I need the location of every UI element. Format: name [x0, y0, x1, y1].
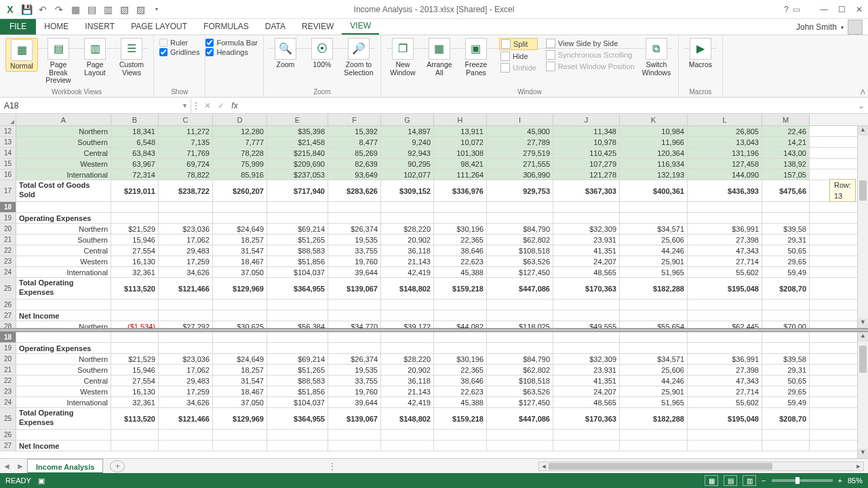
page-break-view-icon[interactable]: ▥	[743, 475, 756, 486]
row-header[interactable]: 16	[0, 169, 16, 180]
user-dropdown-icon[interactable]: ▾	[841, 24, 844, 30]
cell[interactable]: Total OperatingExpenses	[16, 408, 111, 429]
cell[interactable]: 11,272	[159, 126, 213, 136]
cell[interactable]: 32,361	[111, 397, 159, 407]
cell[interactable]	[111, 310, 159, 321]
scroll-up-icon[interactable]: ▲	[858, 332, 868, 342]
cell[interactable]: 78,228	[213, 148, 267, 158]
cell[interactable]: 38,646	[434, 375, 487, 386]
fx-expand-icon[interactable]: ⋮	[191, 101, 201, 110]
cell[interactable]: 25,606	[620, 365, 688, 375]
table-row[interactable]: 22Central27,55429,48331,547$88,58333,755…	[0, 375, 868, 386]
cell[interactable]: 45,388	[434, 267, 487, 277]
cell[interactable]	[381, 332, 434, 342]
cell[interactable]: 93,649	[328, 169, 381, 180]
qat-btn5-icon[interactable]: ▨	[133, 2, 148, 17]
cell[interactable]: $84,790	[487, 224, 553, 234]
cell[interactable]	[620, 343, 688, 353]
cell[interactable]: 17,062	[159, 365, 213, 375]
cell[interactable]: $51,265	[267, 365, 328, 375]
table-row[interactable]: 20Northern$21,529$23,036$24,649$69,214$2…	[0, 224, 868, 235]
cell[interactable]: $23,036	[159, 224, 213, 234]
cell[interactable]	[267, 300, 328, 310]
qat-btn1-icon[interactable]: ▦	[68, 2, 83, 17]
cell[interactable]	[553, 213, 620, 223]
cell[interactable]: 45,388	[434, 397, 487, 407]
cell[interactable]: $30,196	[434, 354, 487, 364]
table-row[interactable]: 24International32,36134,62637,050$104,03…	[0, 397, 868, 408]
column-header-M[interactable]: M	[762, 114, 810, 125]
row-header[interactable]: 13	[0, 137, 16, 147]
cell[interactable]: $26,374	[328, 354, 381, 364]
cell[interactable]	[328, 332, 381, 342]
avatar[interactable]	[848, 20, 863, 35]
table-row[interactable]: 19Operating Expenses	[0, 343, 868, 354]
scroll-thumb[interactable]	[859, 180, 867, 201]
cell[interactable]: 72,314	[111, 169, 159, 180]
table-row[interactable]: 21Southern15,94617,06218,257$51,26519,53…	[0, 365, 868, 375]
cell[interactable]: $170,363	[553, 278, 620, 299]
split-button[interactable]: Split	[499, 38, 538, 50]
cell[interactable]: $63,526	[487, 386, 553, 396]
cell[interactable]	[688, 202, 762, 212]
cell[interactable]	[16, 332, 111, 342]
cell[interactable]: Northern	[16, 354, 111, 364]
cell[interactable]: 15,946	[111, 365, 159, 375]
cell[interactable]: 9,240	[381, 137, 434, 147]
cell[interactable]: $148,802	[381, 278, 434, 299]
collapse-ribbon-icon[interactable]: ᐱ	[861, 88, 865, 96]
cell[interactable]: 39,644	[328, 267, 381, 277]
cell[interactable]: 17,259	[159, 256, 213, 266]
cell[interactable]: 25,901	[620, 256, 688, 266]
cell[interactable]: 42,419	[381, 267, 434, 277]
cell[interactable]: 24,207	[553, 256, 620, 266]
cell[interactable]: $34,770	[328, 321, 381, 328]
cell[interactable]: 47,343	[688, 375, 762, 386]
hscroll-left-icon[interactable]: ◄	[539, 463, 549, 470]
cell[interactable]	[381, 441, 434, 451]
cell[interactable]: 15,392	[328, 126, 381, 136]
formula-input[interactable]	[241, 99, 854, 113]
cell[interactable]: $51,856	[267, 256, 328, 266]
cell[interactable]	[487, 300, 553, 310]
cell[interactable]: $148,802	[381, 408, 434, 429]
cell[interactable]	[553, 300, 620, 310]
cell[interactable]	[688, 300, 762, 310]
cell[interactable]: $21,458	[267, 137, 328, 147]
cell[interactable]	[267, 441, 328, 451]
cell[interactable]: Net Income	[16, 310, 111, 321]
cell[interactable]: $215,840	[267, 148, 328, 158]
cell[interactable]: 279,519	[487, 148, 553, 158]
column-header-D[interactable]: D	[213, 114, 267, 125]
cell[interactable]	[111, 300, 159, 310]
cell[interactable]: 29,31	[762, 235, 810, 245]
cell[interactable]: 19,760	[328, 386, 381, 396]
cell[interactable]	[213, 343, 267, 353]
cell[interactable]: $51,856	[267, 386, 328, 396]
cell[interactable]	[213, 430, 267, 440]
cell[interactable]: 111,264	[434, 169, 487, 180]
minimize-button[interactable]: —	[815, 2, 833, 17]
scroll-down-icon[interactable]: ▼	[858, 449, 868, 458]
cell[interactable]: 48,565	[553, 397, 620, 407]
cell[interactable]: 19,535	[328, 365, 381, 375]
vertical-scrollbar-top[interactable]: ▲ ▼ Row: 13	[857, 126, 868, 328]
cell[interactable]	[434, 430, 487, 440]
cell[interactable]: $182,288	[620, 278, 688, 299]
sheet-tab[interactable]: Income Analysis	[27, 459, 103, 474]
cell[interactable]: 12,280	[213, 126, 267, 136]
cell[interactable]: $70,00	[762, 321, 810, 328]
cell[interactable]: 27,789	[487, 137, 553, 147]
cell[interactable]: Southern	[16, 137, 111, 147]
table-row[interactable]: 26	[0, 300, 868, 310]
cell[interactable]: International	[16, 169, 111, 180]
cell[interactable]: $26,374	[328, 224, 381, 234]
cell[interactable]	[111, 332, 159, 342]
name-box-dropdown-icon[interactable]: ▼	[182, 102, 188, 109]
table-row[interactable]: 28Northern($1,534)$27,292$30,625$56,384$…	[0, 321, 868, 328]
row-header[interactable]: 26	[0, 300, 16, 310]
cell[interactable]	[16, 202, 111, 212]
cell[interactable]: $127,450	[487, 397, 553, 407]
row-header[interactable]: 20	[0, 224, 16, 234]
row-header[interactable]: 25	[0, 408, 16, 429]
